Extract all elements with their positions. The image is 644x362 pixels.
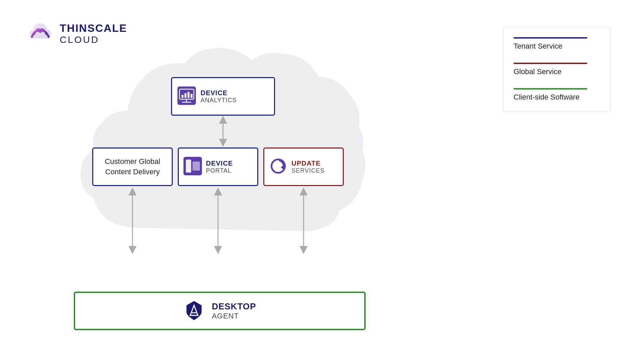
legend-line-blue (514, 37, 587, 39)
legend: Tenant Service Global Service Client-sid… (503, 27, 610, 112)
svg-marker-12 (281, 165, 283, 170)
svg-rect-6 (187, 92, 190, 98)
legend-item-client: Client-side Software (514, 88, 600, 102)
device-portal-text: DEVICE PORTAL (206, 160, 233, 174)
svg-rect-9 (186, 160, 191, 173)
legend-label-client: Client-side Software (514, 93, 580, 101)
update-services-title: UPDATE (291, 160, 325, 167)
legend-line-green (514, 88, 587, 89)
device-portal-icon (183, 157, 202, 177)
device-analytics-icon (177, 86, 196, 106)
desktop-agent-text: DESKTOP AGENT (212, 301, 256, 320)
device-portal-title: DEVICE (206, 160, 233, 167)
device-analytics-text: DEVICE ANALYTICS (201, 89, 237, 104)
svg-rect-5 (184, 93, 186, 98)
customer-delivery-box: Customer GlobalContent Delivery (92, 147, 173, 186)
svg-rect-10 (193, 162, 200, 171)
device-analytics-title: DEVICE (201, 89, 237, 97)
cloud-background: DEVICE ANALYTICS Customer GlobalContent … (74, 34, 366, 261)
update-services-icon (269, 157, 287, 177)
device-portal-subtitle: PORTAL (206, 167, 233, 174)
desktop-agent-icon (183, 299, 205, 322)
logo-brand: THINSCALE (60, 22, 127, 35)
logo-icon (27, 20, 54, 47)
device-analytics-subtitle: ANALYTICS (201, 97, 237, 104)
desktop-agent-box: DESKTOP AGENT (74, 292, 366, 330)
svg-rect-7 (191, 94, 193, 98)
update-services-box: UPDATE SERVICES (263, 147, 344, 186)
desktop-agent-title: DESKTOP (212, 301, 256, 312)
update-services-text: UPDATE SERVICES (291, 160, 325, 174)
device-analytics-box: DEVICE ANALYTICS (171, 77, 275, 116)
device-portal-box: DEVICE PORTAL (178, 147, 258, 186)
update-services-subtitle: SERVICES (291, 167, 325, 174)
legend-line-red (514, 63, 587, 64)
desktop-agent-subtitle: AGENT (212, 312, 256, 320)
legend-label-tenant: Tenant Service (514, 42, 562, 50)
legend-item-tenant: Tenant Service (514, 37, 600, 51)
legend-item-global: Global Service (514, 63, 600, 76)
legend-label-global: Global Service (514, 67, 561, 76)
svg-rect-4 (181, 95, 183, 98)
customer-delivery-text: Customer GlobalContent Delivery (105, 157, 160, 177)
